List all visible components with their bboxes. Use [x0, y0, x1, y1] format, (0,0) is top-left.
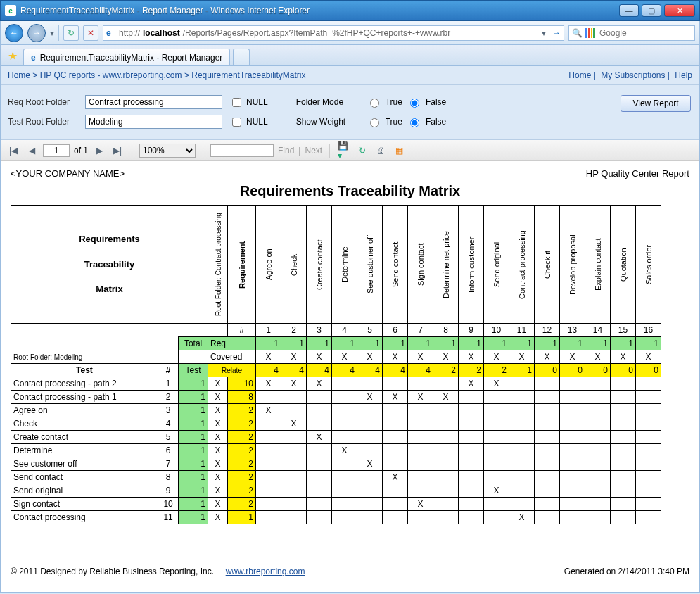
link-home[interactable]: Home: [568, 70, 591, 80]
export-button[interactable]: 💾▾: [337, 144, 351, 158]
page-of-label: of 1: [74, 146, 88, 156]
google-logo-icon: [585, 28, 595, 38]
test-root-input[interactable]: [85, 115, 222, 129]
zoom-select[interactable]: 100%: [139, 144, 196, 158]
nav-dropdown-icon[interactable]: ▾: [50, 28, 54, 38]
folder-mode-false-radio[interactable]: [410, 99, 419, 108]
generated-label: Generated on 2/14/2011 3:40 PM: [564, 567, 689, 576]
first-page-button[interactable]: |◀: [6, 144, 20, 158]
next-find-button[interactable]: Next: [305, 146, 322, 156]
search-icon: 🔍: [572, 28, 583, 38]
breadcrumb: Home > HP QC reports - www.rbreporting.c…: [1, 66, 699, 85]
folder-mode-true-radio[interactable]: [370, 99, 379, 108]
find-input[interactable]: [210, 144, 274, 157]
report-body: <YOUR COMPANY NAME> HP Quality Center Re…: [1, 161, 699, 562]
next-page-button[interactable]: ▶: [92, 144, 106, 158]
ie-page-icon: e: [31, 53, 36, 63]
view-report-button[interactable]: View Report: [621, 95, 691, 112]
crumb-home[interactable]: Home: [8, 70, 30, 80]
go-button[interactable]: →: [552, 28, 561, 38]
req-root-input[interactable]: [85, 95, 222, 109]
prev-page-button[interactable]: ◀: [25, 144, 39, 158]
refresh-report-button[interactable]: ↻: [355, 144, 369, 158]
traceability-matrix: RequirementsTraceabilityMatrixRoot Folde…: [11, 205, 661, 524]
new-tab-button[interactable]: [233, 49, 250, 65]
url-prefix: http://: [119, 28, 140, 38]
address-dropdown-icon[interactable]: ▾: [537, 26, 549, 40]
print-button[interactable]: 🖨: [374, 144, 388, 158]
search-input[interactable]: [598, 27, 682, 39]
link-help[interactable]: Help: [675, 70, 692, 80]
search-box[interactable]: 🔍: [568, 25, 695, 41]
report-title: Requirements Traceability Matrix: [11, 183, 689, 199]
back-button[interactable]: ←: [5, 24, 23, 42]
test-root-label: Test Root Folder: [8, 117, 78, 127]
minimize-button[interactable]: —: [619, 4, 639, 17]
forward-button[interactable]: →: [27, 24, 46, 42]
favorites-button[interactable]: ★: [5, 48, 20, 63]
page-input[interactable]: [43, 144, 70, 157]
address-bar[interactable]: e http://localhost/Reports/Pages/Report.…: [103, 25, 564, 41]
url-rest: /Reports/Pages/Report.aspx?ItemPath=%2fH…: [183, 28, 451, 38]
close-button[interactable]: ✕: [664, 4, 695, 17]
show-weight-label: Show Weight: [296, 117, 359, 127]
url-host: localhost: [143, 28, 180, 38]
find-button[interactable]: Find: [278, 146, 294, 156]
req-root-label: Req Root Folder: [8, 97, 78, 107]
report-parameters: Req Root Folder NULL Folder Mode True Fa…: [1, 85, 699, 140]
product-label: HP Quality Center Report: [586, 168, 689, 179]
tab-active[interactable]: e RequirementTraceabilityMatrix - Report…: [23, 49, 230, 65]
export-data-button[interactable]: ▦: [392, 144, 406, 158]
tab-title: RequirementTraceabilityMatrix - Report M…: [40, 53, 223, 63]
test-root-null-checkbox[interactable]: [232, 118, 241, 127]
last-page-button[interactable]: ▶|: [110, 144, 125, 158]
maximize-button[interactable]: ▢: [642, 4, 661, 17]
refresh-button[interactable]: ↻: [63, 25, 79, 41]
crumb-report[interactable]: RequirementTraceabilityMatrix: [191, 70, 305, 80]
report-toolbar: |◀ ◀ of 1 ▶ ▶| 100% Find | Next 💾▾ ↻ 🖨 ▦: [1, 140, 699, 161]
window-title: RequirementTraceabilityMatrix - Report M…: [20, 6, 619, 15]
ie-icon: e: [106, 28, 116, 38]
report-footer: © 2011 Designed by Reliable Business Rep…: [1, 562, 699, 581]
stop-button[interactable]: ✕: [83, 25, 98, 41]
crumb-folder[interactable]: HP QC reports - www.rbreporting.com: [40, 70, 182, 80]
footer-link[interactable]: www.rbreporting.com: [226, 567, 305, 576]
show-weight-true-radio[interactable]: [370, 118, 379, 127]
browser-nav-bar: ← → ▾ ↻ ✕ e http://localhost/Reports/Pag…: [0, 21, 700, 45]
app-icon: e: [5, 5, 16, 16]
show-weight-false-radio[interactable]: [410, 118, 419, 127]
tab-bar: ★ e RequirementTraceabilityMatrix - Repo…: [0, 45, 700, 66]
req-root-null-checkbox[interactable]: [232, 98, 241, 107]
link-subscriptions[interactable]: My Subscriptions: [601, 70, 665, 80]
folder-mode-label: Folder Mode: [296, 97, 359, 107]
window-titlebar: e RequirementTraceabilityMatrix - Report…: [0, 0, 700, 21]
company-placeholder: <YOUR COMPANY NAME>: [11, 168, 125, 179]
